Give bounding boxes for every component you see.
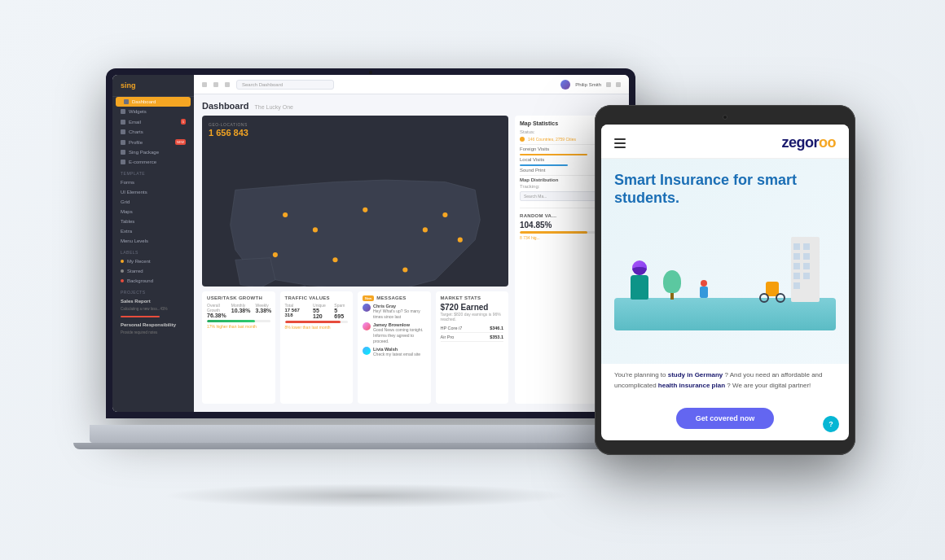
walker-body — [700, 287, 708, 298]
close-icon[interactable] — [225, 82, 230, 87]
user-name-label: Philip Smith — [575, 82, 601, 87]
refresh-icon[interactable] — [213, 82, 218, 87]
spam-traffic-value: 5 695 — [334, 308, 348, 319]
sidebar-item-charts[interactable]: Charts — [112, 127, 194, 137]
body-text-study: study in Germany — [668, 371, 723, 378]
sidebar-project-personal[interactable]: Personal Responsibility Provide required… — [112, 320, 194, 337]
msg-avatar-3 — [363, 347, 371, 355]
cyclist-body — [766, 282, 779, 296]
svg-point-4 — [458, 238, 463, 243]
map-card: GEO-LOCATIONS 1 656 843 — [202, 116, 508, 287]
sidebar-item-forms[interactable]: Forms — [112, 177, 194, 187]
dashboard-ui: sing Dashboard Widgets Email 5 — [112, 75, 629, 412]
walker-head — [701, 280, 707, 287]
random-progress-bar — [520, 231, 587, 234]
messages-new-badge: New — [363, 295, 374, 301]
sidebar-item-extra[interactable]: Extra — [112, 226, 194, 236]
hamburger-line-3 — [614, 147, 626, 148]
msg-avatar-1 — [363, 304, 371, 312]
help-bubble[interactable]: ? — [823, 416, 839, 432]
hamburger-line-1 — [614, 138, 626, 140]
profile-icon — [121, 140, 125, 145]
message-item-3: Livia Walsh Check my latest email site — [363, 347, 426, 357]
package-icon — [121, 150, 125, 155]
market-items: HP Core i7 $346.1 Air Pro $353.1 — [441, 324, 504, 342]
growth-note: 17% higher than last month — [207, 324, 270, 329]
sidebar-item-tables[interactable]: Tables — [112, 217, 194, 226]
menu-icon[interactable] — [202, 82, 207, 87]
map-section: GEO-LOCATIONS 1 656 843 — [202, 116, 508, 404]
msg-text-3: Check my latest email site — [373, 352, 420, 357]
market-item-val-2: $353.1 — [490, 335, 503, 339]
weekly-growth-item: Weekly 3.38% — [256, 303, 272, 318]
sidebar-item-maps[interactable]: Maps — [112, 207, 194, 217]
growth-progress-bar — [207, 320, 255, 322]
hero-headline: Smart Insurance for smart students. — [614, 172, 836, 207]
us-map-svg — [205, 140, 505, 287]
tablet-camera — [723, 115, 727, 120]
monthly-value: 10.38% — [231, 308, 251, 313]
overall-growth-item: Overall Growth 76.38% — [207, 303, 226, 318]
settings-icon[interactable] — [606, 82, 611, 87]
messages-card: New Messages Chris Gray Hey! What's up? … — [358, 291, 431, 404]
map-label: GEO-LOCATIONS — [209, 122, 502, 127]
sales-progress-bar — [121, 316, 160, 317]
sidebar-label-starred[interactable]: Starred — [112, 266, 194, 276]
notifications-icon[interactable] — [616, 82, 621, 87]
message-item-2: Jamey Brownlow Good News coming tonight.… — [363, 322, 426, 344]
starred-dot — [121, 269, 124, 273]
weekly-value: 3.38% — [256, 308, 272, 313]
charts-icon — [121, 129, 125, 134]
svg-point-6 — [332, 257, 337, 262]
search-box[interactable]: Search Dashboard — [236, 80, 334, 90]
target-text: Target: $820 day earnings is 96% reached… — [441, 312, 504, 322]
body-text-part3: ? We are your digital partner! — [727, 382, 811, 389]
map-value: 1 656 843 — [209, 128, 502, 138]
overall-growth-value: 76.38% — [207, 313, 226, 318]
sidebar-item-widgets[interactable]: Widgets — [112, 107, 194, 116]
zegooro-logo: zegoroo — [781, 134, 836, 151]
tablet-body-text: You're planning to study in Germany ? An… — [601, 364, 849, 401]
traffic-metrics-row: Total 17 567 318 Unique 55 120 — [285, 303, 349, 319]
two-col-layout: GEO-LOCATIONS 1 656 843 — [202, 116, 621, 404]
sidebar-item-menu-levels[interactable]: Menu Levels — [112, 236, 194, 246]
sidebar-item-email[interactable]: Email 5 — [112, 116, 194, 127]
user-avatar — [560, 80, 570, 90]
market-item-val-1: $346.1 — [490, 326, 503, 330]
hamburger-icon[interactable] — [614, 138, 626, 148]
sidebar-item-dashboard[interactable]: Dashboard — [116, 97, 191, 107]
sidebar-logo: sing — [112, 75, 194, 97]
sidebar-item-ui-elements[interactable]: UI Elements — [112, 187, 194, 197]
sidebar-item-grid[interactable]: Grid — [112, 197, 194, 207]
msg-text-2: Good News coming tonight. Informs they a… — [373, 327, 426, 344]
sidebar-label-my-recent[interactable]: My Recent — [112, 256, 194, 266]
cta-button[interactable]: Get covered now — [676, 408, 775, 429]
messages-title: Messages — [376, 295, 406, 300]
tracking-label: Tracking: — [520, 184, 539, 189]
profile-badge: NEW — [175, 139, 186, 145]
svg-point-8 — [273, 252, 278, 257]
local-visits-label: Local Visits — [520, 157, 544, 162]
sidebar-item-profile[interactable]: Profile NEW — [112, 137, 194, 147]
illustration-ground — [614, 298, 836, 330]
sidebar-item-ecommerce[interactable]: E-commerce — [112, 157, 194, 167]
personal-responsibility-title: Personal Responsibility — [121, 322, 176, 327]
market-item-name-2: Air Pro — [441, 335, 455, 339]
template-section-label: TEMPLATE — [112, 167, 194, 177]
msg-content-1: Chris Gray Hey! What's up? So many times… — [373, 304, 426, 320]
earned-value: $720 Earned — [441, 303, 504, 312]
sidebar-project-sales[interactable]: Sales Report Calculating a new loss...43… — [112, 296, 194, 320]
email-icon — [121, 120, 125, 125]
labels-section-label: LABELS — [112, 246, 194, 256]
countries-text: 146 Countries, 2759 Cities — [528, 137, 576, 142]
growth-metrics-row: Overall Growth 76.38% Monthly 10.38% — [207, 303, 270, 318]
growth-progress-wrap — [207, 320, 270, 322]
svg-point-2 — [423, 227, 428, 232]
email-badge: 5 — [181, 119, 186, 125]
sidebar-label-background[interactable]: Background — [112, 276, 194, 286]
foreign-progress — [520, 154, 587, 155]
sidebar-item-sing-package[interactable]: Sing Package — [112, 147, 194, 157]
monthly-growth-item: Monthly 10.38% — [231, 303, 251, 318]
top-bar: Search Dashboard Philip Smith — [194, 75, 629, 94]
svg-point-0 — [283, 212, 288, 217]
